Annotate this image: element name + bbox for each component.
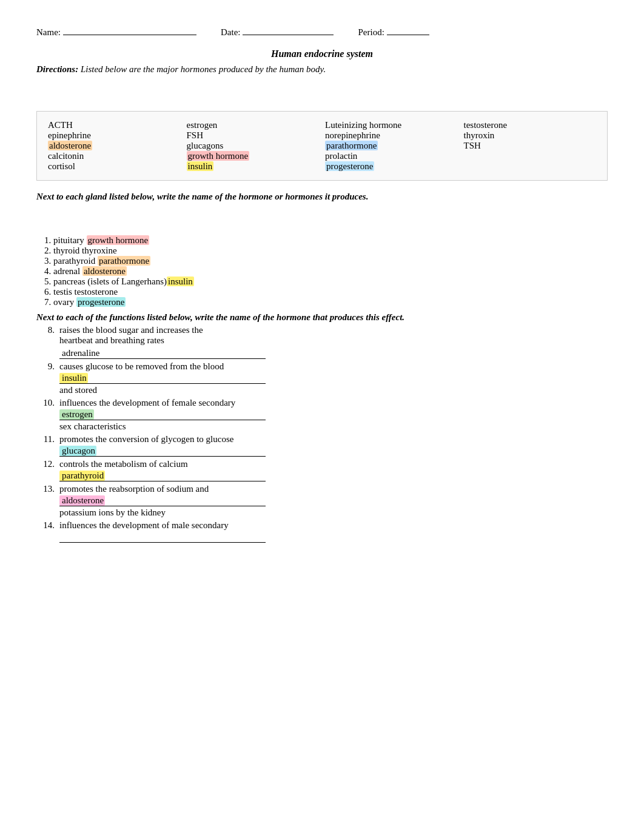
- list-item: Luteinizing hormone: [325, 120, 458, 130]
- q-num: 12.: [36, 459, 55, 469]
- directions-label: Directions:: [36, 64, 78, 74]
- list-item: pituitary growth hormone: [53, 235, 608, 246]
- q-continuation: and stored: [59, 385, 608, 395]
- date-field: Date:: [221, 24, 334, 38]
- list-item: ovary progesterone: [53, 297, 608, 307]
- list-item: estrogen: [187, 120, 320, 130]
- answer-row: adrenaline: [59, 347, 608, 359]
- header: Name: Date: Period:: [36, 24, 608, 38]
- gland-list: pituitary growth hormone thyroid thyroxi…: [53, 235, 608, 307]
- answer-value: adrenaline: [59, 348, 99, 358]
- list-item: thyroxin: [464, 130, 597, 141]
- period-label: Period:: [358, 27, 384, 38]
- q-num: 13.: [36, 484, 55, 494]
- answer-line: estrogen: [59, 408, 266, 420]
- answer-row: estrogen: [59, 408, 608, 420]
- highlighted-word: parathormone: [325, 141, 378, 150]
- list-item: prolactin: [325, 151, 458, 161]
- answer-highlight: parathormone: [98, 256, 150, 266]
- list-item: pancreas (islets of Langerhans)insulin: [53, 277, 608, 287]
- list-item: aldosterone: [48, 141, 181, 151]
- name-field: Name:: [36, 24, 196, 38]
- q-text: promotes the reabsorption of sodium and: [59, 484, 209, 494]
- answer-line: [59, 531, 266, 543]
- list-item: thyroid thyroxine: [53, 246, 608, 256]
- q-text: influences the development of female sec…: [59, 398, 235, 408]
- answer-value: insulin: [59, 373, 88, 383]
- q-text: influences the development of male secon…: [59, 520, 229, 531]
- instruction2: Next to each of the functions listed bel…: [36, 312, 608, 323]
- q-num: 11.: [36, 434, 55, 444]
- word-bank-col3: Luteinizing hormone norepinephrine parat…: [325, 120, 458, 172]
- answer-row: insulin: [59, 372, 608, 384]
- answer-line: adrenaline: [59, 347, 266, 359]
- q-text: promotes the conversion of glycogen to g…: [59, 434, 233, 444]
- highlighted-word: growth hormone: [187, 151, 250, 161]
- list-item: testosterone: [464, 120, 597, 130]
- date-label: Date:: [221, 27, 240, 38]
- answer-value: glucagon: [59, 446, 96, 456]
- list-item: testis testosterone: [53, 287, 608, 297]
- name-underline: [63, 24, 196, 35]
- word-bank-col4: testosterone thyroxin TSH: [464, 120, 597, 172]
- list-item: epinephrine: [48, 130, 181, 141]
- q-num: 9.: [36, 361, 55, 372]
- date-underline: [243, 24, 334, 35]
- answer-highlight: progesterone: [76, 297, 126, 307]
- highlighted-word: progesterone: [325, 161, 374, 171]
- highlighted-word: insulin: [187, 161, 214, 171]
- page-title: Human endocrine system: [36, 49, 608, 59]
- q-continuation: potassium ions by the kidney: [59, 508, 608, 518]
- list-item: ACTH: [48, 120, 181, 130]
- period-field: Period:: [358, 24, 429, 38]
- list-item: growth hormone: [187, 151, 320, 161]
- list-item: parathormone: [325, 141, 458, 151]
- answer-row: glucagon: [59, 444, 608, 457]
- question-8: 8. raises the blood sugar and increases …: [36, 325, 608, 359]
- answer-line: aldosterone: [59, 494, 266, 506]
- period-underline: [387, 24, 429, 35]
- list-item: norepinephrine: [325, 130, 458, 141]
- q-continuation: heartbeat and breathing rates: [59, 335, 608, 346]
- list-item: TSH: [464, 141, 597, 151]
- answer-line: glucagon: [59, 444, 266, 457]
- q-num: 10.: [36, 398, 55, 408]
- list-item: parathyroid parathormone: [53, 256, 608, 266]
- answer-row: [59, 531, 608, 543]
- question-10: 10. influences the development of female…: [36, 398, 608, 432]
- word-bank-col2: estrogen FSH glucagons growth hormone in…: [187, 120, 320, 172]
- q-text: causes glucose to be removed from the bl…: [59, 361, 224, 372]
- answer-text: thyroxine: [82, 246, 117, 255]
- answer-row: aldosterone: [59, 494, 608, 506]
- answer-value: parathyroid: [59, 471, 105, 481]
- answer-value: aldosterone: [59, 495, 105, 506]
- answer-highlight: insulin: [167, 277, 194, 286]
- question-9: 9. causes glucose to be removed from the…: [36, 361, 608, 395]
- q-num: 14.: [36, 520, 55, 531]
- list-item: cortisol: [48, 161, 181, 172]
- q-num: 8.: [36, 325, 55, 335]
- directions: Directions: Listed below are the major h…: [36, 64, 608, 75]
- instruction1: Next to each gland listed below, write t…: [36, 192, 608, 202]
- list-item: adrenal aldosterone: [53, 266, 608, 277]
- question-14: 14. influences the development of male s…: [36, 520, 608, 543]
- answer-highlight: growth hormone: [87, 235, 150, 245]
- answer-line: insulin: [59, 372, 266, 384]
- list-item: insulin: [187, 161, 320, 172]
- word-bank: ACTH epinephrine aldosterone calcitonin …: [36, 111, 608, 181]
- highlighted-word: aldosterone: [48, 141, 92, 150]
- answer-row: parathyroid: [59, 469, 608, 481]
- q-text: controls the metabolism of calcium: [59, 459, 188, 469]
- answer-text: testosterone: [75, 287, 118, 297]
- q-continuation: sex characteristics: [59, 421, 608, 432]
- answer-highlight: aldosterone: [82, 266, 127, 276]
- list-item: calcitonin: [48, 151, 181, 161]
- name-label: Name:: [36, 27, 61, 38]
- word-bank-col1: ACTH epinephrine aldosterone calcitonin …: [48, 120, 181, 172]
- question-13: 13. promotes the reabsorption of sodium …: [36, 484, 608, 518]
- list-item: FSH: [187, 130, 320, 141]
- question-12: 12. controls the metabolism of calcium p…: [36, 459, 608, 481]
- list-item: progesterone: [325, 161, 458, 172]
- answer-line: parathyroid: [59, 469, 266, 481]
- answer-value: estrogen: [59, 409, 94, 420]
